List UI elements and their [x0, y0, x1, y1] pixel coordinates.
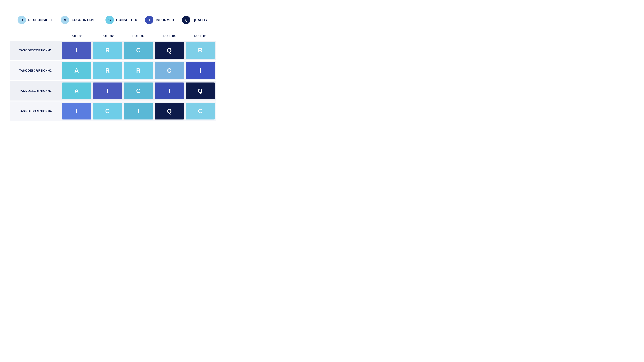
matrix-cell-r3-c1: A [62, 82, 91, 99]
legend-item-a: AACCOUNTABLE [61, 16, 98, 24]
matrix-cell-r3-c3: C [124, 82, 153, 99]
matrix-row-4: TASK DESCRIPTION 04ICIQC [10, 101, 216, 121]
matrix-header-role-5: ROLE 05 [185, 33, 216, 39]
legend-label-q: QUALITY [192, 18, 208, 22]
matrix-header-empty [10, 33, 61, 39]
legend-circle-i: I [145, 16, 154, 24]
matrix-cell-r2-c4: C [155, 62, 184, 79]
legend-circle-r: R [18, 16, 26, 24]
legend-item-c: CCONSULTED [106, 16, 137, 24]
matrix-header-role-2: ROLE 02 [92, 33, 123, 39]
matrix-cell-r3-c2: I [93, 82, 122, 99]
matrix-row-2: TASK DESCRIPTION 02ARRCI [10, 61, 216, 80]
task-label-2: TASK DESCRIPTION 02 [10, 61, 61, 80]
legend-item-i: IINFORMED [145, 16, 174, 24]
matrix-cell-r3-c4: I [155, 82, 184, 99]
matrix-header-role-3: ROLE 03 [123, 33, 154, 39]
task-label-3: TASK DESCRIPTION 03 [10, 81, 61, 101]
matrix-cell-r4-c1: I [62, 103, 91, 120]
legend-label-c: CONSULTED [116, 18, 137, 22]
matrix-header-row: ROLE 01ROLE 02ROLE 03ROLE 04ROLE 05 [10, 33, 216, 39]
matrix-cell-r4-c3: I [124, 103, 153, 120]
legend-item-q: QQUALITY [182, 16, 208, 24]
matrix-cell-r2-c2: R [93, 62, 122, 79]
matrix-cell-r3-c5: Q [186, 82, 215, 99]
legend-circle-a: A [61, 16, 69, 24]
legend-label-a: ACCOUNTABLE [71, 18, 98, 22]
legend-label-r: RESPONSIBLE [28, 18, 53, 22]
matrix-body: TASK DESCRIPTION 01IRCQRTASK DESCRIPTION… [10, 41, 216, 122]
legend-circle-q: Q [182, 16, 190, 24]
matrix-cell-r4-c4: Q [155, 103, 184, 120]
matrix-header-role-1: ROLE 01 [61, 33, 92, 39]
matrix-cell-r1-c2: R [93, 42, 122, 59]
legend: RRESPONSIBLEAACCOUNTABLECCONSULTEDIINFOR… [18, 16, 208, 24]
matrix-cell-r1-c3: C [124, 42, 153, 59]
legend-label-i: INFORMED [156, 18, 174, 22]
matrix-container: ROLE 01ROLE 02ROLE 03ROLE 04ROLE 05 TASK… [10, 33, 216, 122]
task-label-1: TASK DESCRIPTION 01 [10, 41, 61, 60]
matrix-cell-r4-c2: C [93, 103, 122, 120]
matrix-cell-r2-c1: A [62, 62, 91, 79]
matrix-cell-r2-c5: I [186, 62, 215, 79]
matrix-header-role-4: ROLE 04 [154, 33, 185, 39]
matrix-cell-r1-c4: Q [155, 42, 184, 59]
legend-item-r: RRESPONSIBLE [18, 16, 53, 24]
matrix-cell-r2-c3: R [124, 62, 153, 79]
matrix-cell-r1-c5: R [186, 42, 215, 59]
matrix-cell-r1-c1: I [62, 42, 91, 59]
legend-circle-c: C [106, 16, 114, 24]
matrix-row-1: TASK DESCRIPTION 01IRCQR [10, 41, 216, 60]
task-label-4: TASK DESCRIPTION 04 [10, 101, 61, 121]
matrix-cell-r4-c5: C [186, 103, 215, 120]
matrix-row-3: TASK DESCRIPTION 03AICIQ [10, 81, 216, 101]
